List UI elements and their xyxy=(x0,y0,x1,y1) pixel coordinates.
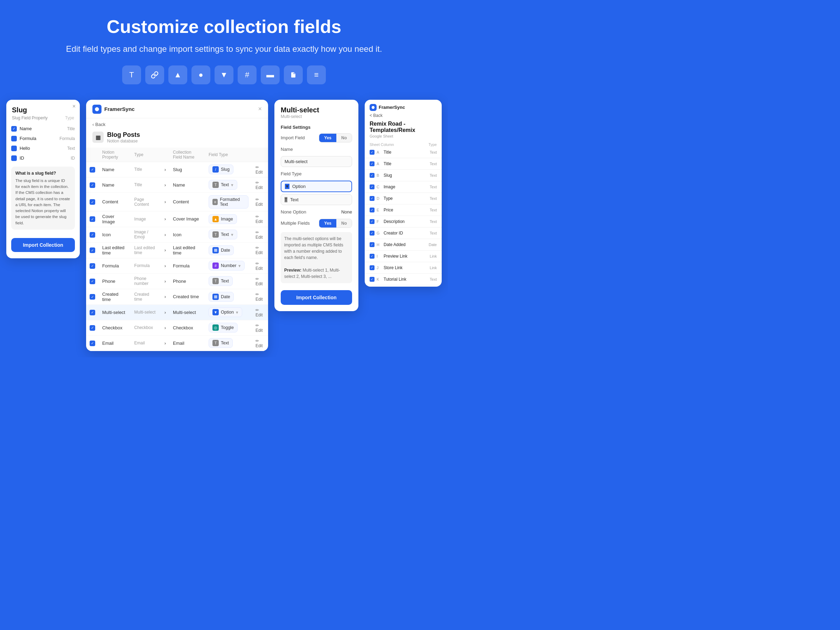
notion-prop-type: Checkbox xyxy=(131,320,161,335)
field-name: Multi-select xyxy=(169,305,205,320)
field-type-option-text[interactable]: T Text xyxy=(281,194,352,205)
left-import-button[interactable]: Import Collection xyxy=(11,238,75,252)
frc-row[interactable]: ✓ I Preview Link Link xyxy=(365,252,442,261)
frc-row[interactable]: ✓ H Date Added Date xyxy=(365,240,442,249)
left-card-title: Slug xyxy=(6,100,80,115)
multiple-no-btn[interactable]: No xyxy=(336,219,352,227)
edit-link[interactable]: ✏ Edit xyxy=(256,197,265,207)
modal-close-button[interactable]: × xyxy=(258,105,262,113)
hero-title: Customize collection fields xyxy=(7,17,441,37)
left-card-close-button[interactable]: × xyxy=(73,103,76,109)
notion-prop-type: Page Content xyxy=(131,193,161,211)
panel-description: The multi-select options will be importe… xyxy=(281,232,352,283)
frc-rows-container: ✓ A Title Text ✓ A Title Text ✓ B Slug T… xyxy=(365,148,442,285)
edit-link[interactable]: ✏ Edit xyxy=(256,230,265,240)
table-row[interactable]: ✓ Content Page Content › Content ≡ Forma… xyxy=(86,193,268,211)
left-card-info: What is a slug field? The slug field is … xyxy=(11,167,75,230)
row-check: ✓ xyxy=(90,248,95,253)
frc-row[interactable]: ✓ K Tutorial Link Text xyxy=(365,275,442,284)
table-row[interactable]: ✓ Name Title › Slug / Slug ✏ Edit xyxy=(86,162,268,177)
edit-link[interactable]: ✏ Edit xyxy=(256,261,265,271)
frc-row[interactable]: ✓ C Image Text xyxy=(365,183,442,191)
field-type-badge: T Text xyxy=(208,276,233,286)
field-type-option-option[interactable]: ▼ Option xyxy=(281,181,352,192)
table-row[interactable]: ✓ Checkbox Checkbox › Checkbox ◎ Toggle … xyxy=(86,320,268,335)
frc-col-name: Date Added xyxy=(384,242,427,247)
icon-doc xyxy=(284,65,303,84)
table-row[interactable]: ✓ Formula Formula › Formula # Number ▾ ✏… xyxy=(86,258,268,273)
name-input[interactable] xyxy=(281,156,352,167)
field-type-badge[interactable]: T Text ▾ xyxy=(208,230,237,239)
badge-icon: T xyxy=(212,231,219,238)
edit-link[interactable]: ✏ Edit xyxy=(256,276,265,286)
edit-link[interactable]: ✏ Edit xyxy=(256,308,265,317)
frc-col-type: Text xyxy=(430,231,437,235)
multiple-yes-btn[interactable]: Yes xyxy=(319,219,336,227)
frc-row[interactable]: ✓ G Creator ID Text xyxy=(365,229,442,237)
icon-link xyxy=(145,65,164,84)
frc-row[interactable]: ✓ B Slug Text xyxy=(365,171,442,180)
frc-check: ✓ xyxy=(369,265,374,270)
badge-icon: ▦ xyxy=(212,247,219,253)
frc-col-letter: D xyxy=(377,196,382,201)
left-table-row[interactable]: ✓ Name Title xyxy=(6,124,80,134)
arrow-icon: › xyxy=(161,211,169,227)
badge-icon: ▼ xyxy=(212,309,219,315)
edit-link[interactable]: ✏ Edit xyxy=(256,323,265,333)
edit-link[interactable]: ✏ Edit xyxy=(256,165,265,175)
import-yes-btn[interactable]: Yes xyxy=(319,134,336,142)
edit-link[interactable]: ✏ Edit xyxy=(256,338,265,348)
frc-row[interactable]: ✓ F Description Text xyxy=(365,217,442,226)
dropdown-chevron: ▾ xyxy=(231,232,234,237)
frc-back-button[interactable]: < Back xyxy=(365,111,442,119)
badge-icon: ▦ xyxy=(212,294,219,300)
field-type-label: Number xyxy=(221,263,236,268)
field-type-label: Toggle xyxy=(221,325,234,330)
row-type: Text xyxy=(67,146,75,151)
notion-prop-type: Created time xyxy=(131,289,161,305)
frc-row[interactable]: ✓ A Title Text xyxy=(365,148,442,156)
table-row[interactable]: ✓ Icon Image / Emoji › Icon T Text ▾ ✏ E… xyxy=(86,227,268,242)
badge-icon: ▲ xyxy=(212,216,219,222)
left-table-row[interactable]: Formula Formula xyxy=(6,134,80,144)
import-field-toggle[interactable]: Yes No xyxy=(319,133,352,142)
table-row[interactable]: ✓ Name Title › Name T Text ▾ ✏ Edit xyxy=(86,177,268,193)
notion-prop-type: Multi-select xyxy=(131,305,161,320)
edit-link[interactable]: ✏ Edit xyxy=(256,180,265,190)
table-row[interactable]: ✓ Multi-select Multi-select › Multi-sele… xyxy=(86,305,268,320)
frc-row[interactable]: ✓ A Title Text xyxy=(365,159,442,168)
hero-subtitle: Edit field types and change import setti… xyxy=(7,43,441,55)
import-no-btn[interactable]: No xyxy=(336,134,352,142)
edit-link[interactable]: ✏ Edit xyxy=(256,214,265,224)
row-check: ✓ xyxy=(90,263,95,269)
table-row[interactable]: ✓ Created time Created time › Created ti… xyxy=(86,289,268,305)
row-name: ID xyxy=(20,155,68,161)
frc-row[interactable]: ✓ E Price Text xyxy=(365,206,442,214)
frc-row[interactable]: ✓ D Type Text xyxy=(365,194,442,203)
field-type-badge[interactable]: T Text ▾ xyxy=(208,180,237,190)
edit-link[interactable]: ✏ Edit xyxy=(256,245,265,255)
frc-brand: FramerSync xyxy=(369,104,405,111)
arrow-icon: › xyxy=(161,227,169,242)
frc-header: FramerSync xyxy=(365,100,442,111)
multiple-fields-toggle[interactable]: Yes No xyxy=(319,219,352,228)
field-type-badge[interactable]: ▼ Option ▾ xyxy=(208,307,242,317)
table-row[interactable]: ✓ Cover Image Image › Cover Image ▲ Imag… xyxy=(86,211,268,227)
arrow-icon: › xyxy=(161,305,169,320)
edit-link[interactable]: ✏ Edit xyxy=(256,292,265,302)
left-table-row[interactable]: ID ID xyxy=(6,153,80,163)
field-type-badge[interactable]: # Number ▾ xyxy=(208,261,245,270)
table-row[interactable]: ✓ Last edited time Last edited time › La… xyxy=(86,242,268,258)
frc-col-letter: K xyxy=(377,277,382,281)
table-row[interactable]: ✓ Email Email › Email T Text ✏ Edit xyxy=(86,335,268,351)
frc-title: Remix Road - Templates/Remix xyxy=(365,119,442,134)
left-table-row[interactable]: Hello Text xyxy=(6,144,80,153)
field-name: Created time xyxy=(169,289,205,305)
table-row[interactable]: ✓ Phone Phone number › Phone T Text ✏ Ed… xyxy=(86,273,268,289)
arrow-icon: › xyxy=(161,320,169,335)
panel-import-button[interactable]: Import Collection xyxy=(281,290,352,305)
frc-col-type: Text xyxy=(430,208,437,212)
frc-row[interactable]: ✓ J Store Link Link xyxy=(365,264,442,272)
modal-back-button[interactable]: ‹ Back xyxy=(86,118,268,128)
field-name: Slug xyxy=(169,162,205,177)
